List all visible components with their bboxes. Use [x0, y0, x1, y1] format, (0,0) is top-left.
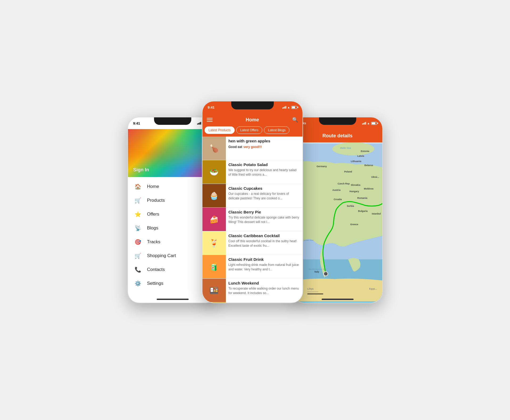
product-desc-6: Light refreshing drink made from natural… [229, 263, 300, 272]
map-svg: Estonia Latvia Lithuania Belarus Poland … [293, 142, 382, 303]
product-thumb-1: 🍗 [202, 137, 226, 160]
product-thumb-7: 🍱 [202, 279, 226, 302]
product-thumb-2: 🥗 [202, 160, 226, 184]
svg-text:Estonia: Estonia [360, 150, 369, 153]
status-icons-center: ▲ [282, 106, 297, 109]
nav-label-blogs: Blogs [147, 225, 159, 231]
scene: 9:41 ▲ Sign In 🏠 H [127, 101, 383, 319]
tab-latest-products[interactable]: Latest Products [205, 126, 235, 134]
notch-center [231, 101, 274, 109]
svg-text:Baltic Sea: Baltic Sea [340, 147, 351, 149]
offers-icon: ⭐ [134, 211, 142, 217]
tab-latest-offers[interactable]: Latest Offers [236, 126, 262, 134]
contacts-icon: 📞 [134, 266, 142, 273]
home-bar-left [157, 299, 189, 300]
nav-label-products: Products [147, 198, 165, 203]
header-title-center: Home [246, 117, 259, 123]
app-header-center: Home 🔍 [202, 113, 302, 126]
signal-icon-right [362, 122, 366, 125]
svg-text:——————: —————— [307, 291, 318, 293]
status-icons-right: ▲ [362, 122, 377, 125]
wifi-icon-right: ▲ [367, 122, 370, 125]
svg-point-4 [324, 272, 328, 276]
battery-icon-right [371, 122, 377, 125]
svg-text:Libya: Libya [307, 287, 313, 290]
svg-text:Egyp...: Egyp... [369, 287, 377, 290]
svg-text:Greece: Greece [350, 223, 358, 226]
product-name-1: hen with green apples [229, 139, 300, 143]
product-tag-colored-1: very good!!! [243, 145, 262, 149]
product-name-4: Classic Berry Pie [229, 210, 300, 214]
list-item[interactable]: 🍰 Classic Berry Pie Try this wonderful d… [202, 208, 302, 231]
svg-text:Lithuania: Lithuania [351, 160, 361, 163]
cart-icon: 🛒 [134, 253, 142, 259]
svg-text:Croatia: Croatia [334, 198, 342, 201]
product-thumb-6: 🧃 [202, 255, 226, 278]
list-item[interactable]: 🍹 Classic Caribbean Cocktail Cool off th… [202, 231, 302, 255]
map-container[interactable]: Estonia Latvia Lithuania Belarus Poland … [293, 142, 382, 303]
app-header-right: Route details [293, 129, 382, 142]
tab-latest-blogs[interactable]: Latest Blogs [264, 126, 289, 134]
nav-label-cart: Shopping Cart [147, 253, 176, 258]
signal-icon-left [197, 122, 201, 125]
signal-icon-center [282, 106, 286, 109]
product-desc-5: Cool off this wonderful cocktail in the … [229, 239, 300, 248]
svg-text:Slovakia: Slovakia [351, 184, 360, 186]
nav-label-offers: Offers [147, 212, 159, 217]
svg-text:Czech Rep: Czech Rep [338, 182, 350, 185]
list-item[interactable]: 🍱 Lunch Weekend To recuperate while walk… [202, 279, 302, 302]
list-item[interactable]: 🧁 Classic Cupcakes Our cupcakes - a real… [202, 184, 302, 208]
svg-point-3 [332, 142, 374, 155]
svg-text:Austria: Austria [332, 189, 341, 191]
right-phone: ‹ cks ▲ Route details [292, 117, 383, 303]
svg-text:Ukrai...: Ukrai... [371, 176, 379, 178]
svg-text:Belarus: Belarus [364, 164, 373, 167]
notch-left [154, 117, 191, 125]
nav-label-settings: Settings [147, 281, 163, 286]
product-desc-3: Our cupcakes - a real delicacy for lover… [229, 192, 300, 201]
product-desc-4: Try this wonderful delicate sponge cake … [229, 215, 300, 224]
product-name-7: Lunch Weekend [229, 281, 300, 285]
svg-text:Hungary: Hungary [349, 190, 359, 193]
route-title: Route details [322, 133, 353, 139]
svg-text:Bulgaria: Bulgaria [358, 210, 368, 212]
product-tag-bold-1: Good eat [229, 145, 242, 149]
center-phone: 9:41 ▲ Home 🔍 [202, 101, 303, 303]
product-desc-7: To recuperate while walking order our lu… [229, 286, 300, 295]
nav-label-tracks: Tracks [147, 239, 160, 245]
list-item[interactable]: 🥗 Classic Potato Salad We suggest to try… [202, 160, 302, 184]
product-name-5: Classic Caribbean Cocktail [229, 233, 300, 238]
wifi-icon-center: ▲ [287, 106, 290, 109]
time-center: 9:41 [208, 105, 215, 109]
svg-text:Romania: Romania [357, 197, 367, 199]
list-item[interactable]: 🥗 Classic Potato Salad We suggest to try… [202, 302, 302, 303]
nav-label-contacts: Contacts [147, 267, 165, 272]
svg-rect-29 [307, 294, 323, 294]
product-name-2: Classic Potato Salad [229, 162, 300, 167]
product-desc-2: We suggest to try our delicious and hear… [229, 168, 300, 177]
list-item[interactable]: 🍗 hen with green apples Good eat very go… [202, 137, 302, 160]
product-thumb-5: 🍹 [202, 231, 226, 255]
tracks-icon: 🎯 [134, 239, 142, 245]
product-thumb-4: 🍰 [202, 208, 226, 231]
battery-icon-center [291, 106, 297, 109]
tabs-row: Latest Products Latest Offers Latest Blo… [202, 126, 302, 137]
notch-right [319, 117, 356, 125]
svg-text:Ionian Sea: Ionian Sea [303, 239, 313, 241]
product-thumb-3: 🧁 [202, 184, 226, 207]
nav-label-home: Home [147, 184, 159, 189]
settings-icon: ⚙️ [134, 280, 142, 287]
home-icon: 🏠 [134, 183, 142, 190]
sign-in-text[interactable]: Sign In [133, 167, 149, 173]
product-name-3: Classic Cupcakes [229, 186, 300, 191]
svg-text:Germany: Germany [316, 165, 327, 168]
search-icon-center[interactable]: 🔍 [292, 117, 298, 123]
product-list: 🍗 hen with green apples Good eat very go… [202, 137, 302, 303]
svg-text:Mediterranean Sea: Mediterranean Sea [309, 268, 327, 270]
svg-text:Italy: Italy [314, 270, 319, 273]
list-item[interactable]: 🧃 Classic Fruit Drink Light refreshing d… [202, 255, 302, 279]
home-bar-right [322, 299, 354, 300]
product-name-6: Classic Fruit Drink [229, 257, 300, 262]
svg-text:Serbia: Serbia [347, 205, 354, 207]
hamburger-menu[interactable] [207, 118, 213, 122]
